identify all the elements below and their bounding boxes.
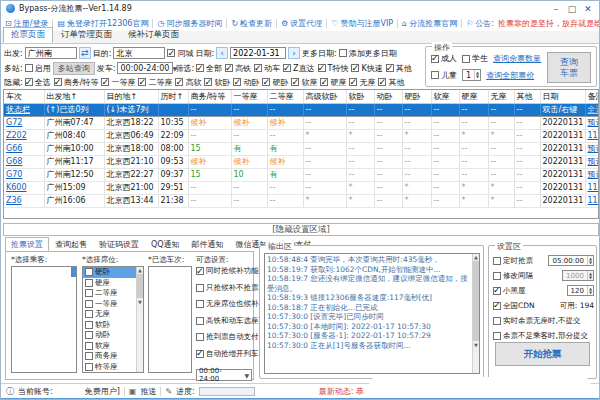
minimize-button[interactable]: – <box>548 2 564 16</box>
config-checkbox-1[interactable]: 修改间隔 <box>493 271 533 281</box>
grab-option-checkbox-0[interactable]: 同时抢候补功能 <box>196 266 254 276</box>
grab-option-checkbox-5[interactable]: 自动抢增开列车 <box>196 349 254 359</box>
note-link[interactable]: 预订 <box>588 170 600 179</box>
train-link[interactable]: Z202 <box>6 131 27 140</box>
filter-checkbox-5[interactable]: K快速 <box>351 63 382 74</box>
config-checkbox-4[interactable]: 实时余票无座时,不提交 <box>493 316 580 326</box>
student-checkbox[interactable]: 学生 <box>462 53 488 64</box>
column-header-目的地↑[interactable]: 目的地↑ <box>104 90 158 103</box>
selected-trains-listbox[interactable] <box>148 266 192 373</box>
column-header-出发地↑[interactable]: 出发地↑ <box>44 90 104 103</box>
grab-time-range-select[interactable]: 00:00-24:00▼ <box>196 369 252 381</box>
output-log[interactable]: 10:58:48:4 查询完毕，本次查询共用时:435毫秒，10:58:19:7… <box>264 253 480 374</box>
hide-checkbox-5[interactable]: 软卧 <box>204 77 230 88</box>
child-checkbox[interactable]: 儿童 <box>431 70 457 81</box>
multi-station-enable-checkbox[interactable]: 启用 <box>25 63 51 74</box>
seat-option-动卧[interactable]: 动卧 <box>83 330 136 341</box>
date-input[interactable] <box>230 47 286 59</box>
tab-抢票设置[interactable]: 抢票设置 <box>5 237 49 252</box>
config-checkbox-3[interactable]: 全国CDN <box>493 301 535 311</box>
config-checkbox-0[interactable]: 定时抢票 <box>493 256 533 266</box>
seat-option-软卧[interactable]: 软卧 <box>83 320 136 331</box>
column-header-商务/特等[interactable]: 商务/特等 <box>188 90 231 103</box>
seat-option-硬座[interactable]: 硬座 <box>83 278 136 289</box>
train-link[interactable]: K600 <box>6 183 27 192</box>
config-spinner-2[interactable]: 120▲▼ <box>567 285 594 296</box>
toolbar-item-3[interactable]: ↻检查更新 <box>231 18 272 29</box>
tab-验证码设置[interactable]: 验证码设置 <box>93 237 145 252</box>
column-header-一等座[interactable]: 一等座 <box>231 90 267 103</box>
table-row[interactable]: G66广州南10:00北京西18:0008:0015有有------------… <box>4 142 599 155</box>
seat-option-商务座[interactable]: 商务座 <box>83 351 136 362</box>
tab-QQ通知[interactable]: QQ通知 <box>145 237 186 252</box>
query-all-prices-link[interactable]: 查询全部票价 <box>486 70 534 81</box>
column-header-硬卧[interactable]: 硬卧 <box>402 90 431 103</box>
child-count-stepper[interactable]: 1 ▲▼ <box>462 69 481 81</box>
tab-订单管理页面[interactable]: 订单管理页面 <box>53 27 120 43</box>
train-link[interactable]: G68 <box>6 157 22 166</box>
grab-option-checkbox-1[interactable]: 只抢候补不抢票 <box>196 283 254 293</box>
stepper-arrows-icon[interactable]: ▲▼ <box>587 286 593 295</box>
log-scrollbar[interactable]: ▲▼ <box>472 254 479 373</box>
grab-option-checkbox-3[interactable]: 高铁和动车选座 <box>196 316 254 326</box>
seat-option-特等座[interactable]: 特等座 <box>83 362 136 373</box>
multi-station-query-button[interactable]: 多站查询 <box>53 62 95 75</box>
train-link[interactable]: G70 <box>6 170 22 179</box>
train-link[interactable]: G66 <box>6 144 22 153</box>
column-header-历时↑[interactable]: 历时↑ <box>158 90 188 103</box>
add-more-dates-checkbox[interactable]: 添加更多日期 <box>339 48 397 59</box>
query-ticket-count-link[interactable]: 查询余票数量 <box>493 53 541 64</box>
note-link[interactable]: 预订 <box>588 144 600 153</box>
toolbar-item-7[interactable]: ⚐公告: <box>466 18 494 29</box>
close-button[interactable]: ✕ <box>580 2 596 16</box>
column-header-日期[interactable]: 日期 <box>540 90 585 103</box>
to-input[interactable] <box>113 47 165 59</box>
seat-list-scrollbar[interactable]: ▲▼ <box>136 267 143 372</box>
train-link[interactable]: 状态栏 <box>6 105 30 114</box>
hide-checkbox-2[interactable]: 一等座 <box>101 77 135 88</box>
table-row[interactable]: G72广州南07:47北京西18:2210:35候补候补候补----------… <box>4 116 599 129</box>
note-link[interactable]: 11点起售 <box>588 183 600 192</box>
filter-checkbox-4[interactable]: T特快 <box>318 63 349 74</box>
tab-候补订单页面[interactable]: 候补订单页面 <box>120 27 187 43</box>
stepper-arrows-icon[interactable]: ▲▼ <box>587 271 593 280</box>
hide-checkbox-11[interactable]: 其他 <box>378 77 404 88</box>
hide-checkbox-4[interactable]: 高软 <box>175 77 201 88</box>
column-header-其他[interactable]: 其他 <box>514 90 540 103</box>
hide-checkbox-3[interactable]: 二等座 <box>138 77 172 88</box>
column-header-无座[interactable]: 无座 <box>488 90 514 103</box>
hide-checkbox-0[interactable]: 全选 <box>25 77 51 88</box>
maximize-button[interactable]: □ <box>564 2 580 16</box>
seat-option-无座[interactable]: 无座 <box>83 309 136 320</box>
prev-date-button[interactable]: ‹ <box>216 47 228 59</box>
swap-stations-button[interactable]: ⇄ <box>79 47 91 59</box>
next-date-button[interactable]: › <box>288 47 300 59</box>
seat-option-二等座[interactable]: 二等座 <box>83 288 136 299</box>
config-spinner-1[interactable]: 1000▲▼ <box>562 270 594 281</box>
seat-listbox[interactable]: 硬卧硬座二等座一等座无座软卧动卧软座商务座特等座 ▲▼ <box>82 266 144 373</box>
query-tickets-button[interactable]: 查询车票 <box>547 52 591 83</box>
tab-抢票页面[interactable]: 抢票页面 <box>3 27 53 43</box>
column-header-软卧[interactable]: 软卧 <box>346 90 374 103</box>
filter-checkbox-6[interactable]: 其他 <box>386 63 412 74</box>
config-spinner-0[interactable]: 05:00:00▲▼ <box>548 255 594 266</box>
depart-time-select[interactable]: 00:00-24:00▼ <box>117 62 173 74</box>
note-link[interactable]: 11点起售 <box>588 131 600 140</box>
toolbar-item-5[interactable]: ♡赞助与注册VIP <box>331 18 393 29</box>
column-header-高级软卧[interactable]: 高级软卧 <box>303 90 346 103</box>
filter-checkbox-3[interactable]: Z直达 <box>283 63 314 74</box>
hide-checkbox-1[interactable]: 商务/特等 <box>54 77 99 88</box>
seat-option-硬卧[interactable]: 硬卧 <box>83 267 136 278</box>
hide-settings-divider[interactable]: [隐藏设置区域] <box>3 223 599 236</box>
tab-查询起售[interactable]: 查询起售 <box>49 237 93 252</box>
note-link[interactable]: 预订 <box>588 157 600 166</box>
column-header-备注[interactable]: 备注 <box>585 90 599 103</box>
hide-checkbox-8[interactable]: 软座 <box>291 77 317 88</box>
table-row[interactable]: Z202广州08:40北京西06:4922:09------**--*--**-… <box>4 129 599 142</box>
seat-option-一等座[interactable]: 一等座 <box>83 299 136 310</box>
note-link[interactable]: 预订 <box>588 118 600 127</box>
filter-checkbox-2[interactable]: 动车 <box>254 63 280 74</box>
config-checkbox-2[interactable]: 小黑屋 <box>493 286 526 296</box>
filter-checkbox-1[interactable]: 高铁 <box>225 63 251 74</box>
scrollbar-thumb[interactable] <box>71 267 76 277</box>
